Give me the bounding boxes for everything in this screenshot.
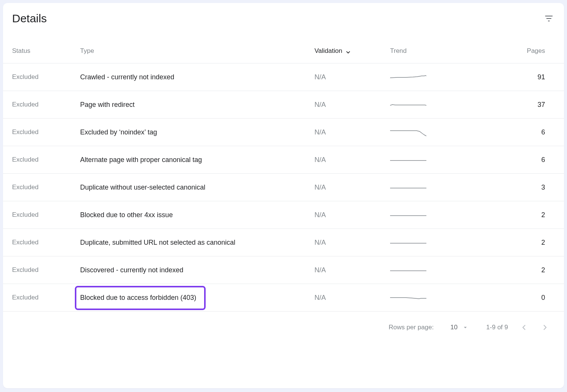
cell-type: Discovered - currently not indexed xyxy=(80,266,314,274)
rows-per-page-select[interactable]: 10 xyxy=(450,324,469,331)
sparkline-icon xyxy=(390,209,426,219)
cell-trend xyxy=(390,236,466,248)
table-header: Status Type Validation Trend Pages xyxy=(3,39,564,63)
cell-validation: N/A xyxy=(314,184,390,191)
sparkline-icon xyxy=(390,71,426,82)
cell-validation: N/A xyxy=(314,211,390,219)
cell-status: Excluded xyxy=(12,239,80,246)
table-row[interactable]: ExcludedBlocked due to access forbidden … xyxy=(3,284,564,312)
cell-validation: N/A xyxy=(314,239,390,247)
dropdown-icon xyxy=(462,324,469,331)
table-row[interactable]: ExcludedPage with redirectN/A37 xyxy=(3,91,564,119)
col-trend: Trend xyxy=(390,47,466,55)
table-body: ExcludedCrawled - currently not indexedN… xyxy=(3,63,564,312)
card-header: Details xyxy=(3,3,564,39)
page-range: 1-9 of 9 xyxy=(486,324,508,331)
cell-status: Excluded xyxy=(12,211,80,219)
cell-pages: 3 xyxy=(466,184,545,191)
next-page-button[interactable] xyxy=(540,322,550,333)
prev-page-button[interactable] xyxy=(519,322,529,333)
sparkline-icon xyxy=(390,99,426,109)
cell-type: Blocked due to access forbidden (403) xyxy=(80,294,314,302)
cell-status: Excluded xyxy=(12,184,80,191)
cell-status: Excluded xyxy=(12,266,80,274)
rows-per-page-label: Rows per page: xyxy=(389,324,434,331)
cell-status: Excluded xyxy=(12,128,80,136)
cell-validation: N/A xyxy=(314,128,390,136)
sparkline-icon xyxy=(390,236,426,247)
details-card: Details Status Type Validation Trend Pag… xyxy=(3,3,564,388)
chevron-left-icon xyxy=(520,323,528,332)
table-row[interactable]: ExcludedDuplicate without user-selected … xyxy=(3,174,564,201)
cell-type: Excluded by ‘noindex’ tag xyxy=(80,128,314,136)
cell-type: Page with redirect xyxy=(80,101,314,109)
cell-trend xyxy=(390,99,466,111)
table-row[interactable]: ExcludedAlternate page with proper canon… xyxy=(3,146,564,174)
cell-validation: N/A xyxy=(314,266,390,274)
cell-trend xyxy=(390,126,466,138)
pagination: Rows per page: 10 1-9 of 9 xyxy=(3,312,564,343)
page-title: Details xyxy=(12,12,47,25)
chevron-right-icon xyxy=(541,323,549,332)
cell-type: Alternate page with proper canonical tag xyxy=(80,156,314,164)
table-row[interactable]: ExcludedBlocked due to other 4xx issueN/… xyxy=(3,201,564,229)
cell-status: Excluded xyxy=(12,156,80,164)
table-row[interactable]: ExcludedDuplicate, submitted URL not sel… xyxy=(3,229,564,256)
cell-trend xyxy=(390,264,466,276)
cell-type: Crawled - currently not indexed xyxy=(80,73,314,81)
rows-per-page-value: 10 xyxy=(450,324,457,331)
cell-status: Excluded xyxy=(12,73,80,81)
sparkline-icon xyxy=(390,154,426,164)
filter-icon xyxy=(544,14,554,23)
cell-pages: 0 xyxy=(466,294,545,302)
cell-validation: N/A xyxy=(314,73,390,81)
table-row[interactable]: ExcludedCrawled - currently not indexedN… xyxy=(3,63,564,91)
cell-trend xyxy=(390,71,466,83)
cell-pages: 6 xyxy=(466,128,545,136)
col-pages[interactable]: Pages xyxy=(466,47,545,55)
table-row[interactable]: ExcludedExcluded by ‘noindex’ tagN/A6 xyxy=(3,119,564,146)
cell-validation: N/A xyxy=(314,101,390,109)
table-row[interactable]: ExcludedDiscovered - currently not index… xyxy=(3,256,564,284)
col-validation[interactable]: Validation xyxy=(314,47,390,55)
cell-pages: 2 xyxy=(466,239,545,247)
cell-status: Excluded xyxy=(12,101,80,108)
cell-pages: 6 xyxy=(466,156,545,164)
cell-validation: N/A xyxy=(314,156,390,164)
cell-trend xyxy=(390,154,466,166)
cell-trend xyxy=(390,209,466,221)
cell-pages: 37 xyxy=(466,101,545,109)
col-type[interactable]: Type xyxy=(80,47,314,55)
cell-status: Excluded xyxy=(12,294,80,301)
cell-trend xyxy=(390,181,466,193)
sparkline-icon xyxy=(390,181,426,192)
sparkline-icon xyxy=(390,292,426,302)
cell-validation: N/A xyxy=(314,294,390,302)
sparkline-icon xyxy=(390,126,426,137)
cell-pages: 91 xyxy=(466,73,545,81)
cell-pages: 2 xyxy=(466,211,545,219)
cell-pages: 2 xyxy=(466,266,545,274)
col-status[interactable]: Status xyxy=(12,47,80,55)
arrow-down-icon xyxy=(344,47,352,55)
sparkline-icon xyxy=(390,264,426,275)
cell-type: Duplicate without user-selected canonica… xyxy=(80,184,314,191)
filter-button[interactable] xyxy=(543,12,555,25)
cell-type: Duplicate, submitted URL not selected as… xyxy=(80,239,314,247)
col-validation-label: Validation xyxy=(314,47,342,55)
cell-trend xyxy=(390,292,466,304)
cell-type: Blocked due to other 4xx issue xyxy=(80,211,314,219)
